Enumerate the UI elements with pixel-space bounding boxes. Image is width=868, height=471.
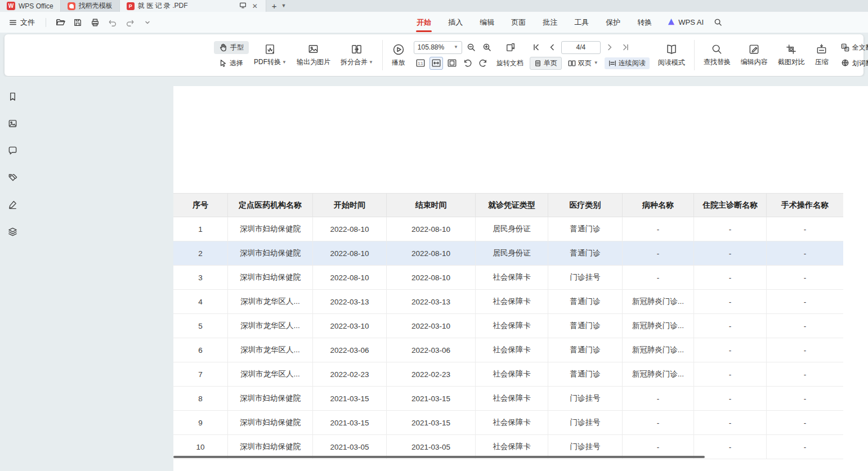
hand-tool-button[interactable]: 手型 [214,41,249,54]
table-row[interactable]: 4深圳市龙华区人...2022-03-132022-03-13社会保障卡普通门诊… [173,290,843,314]
table-row[interactable]: 9深圳市妇幼保健院2021-03-152021-03-15社会保障卡门诊挂号--… [173,411,843,435]
tab-wps-office[interactable]: W WPS Office [0,0,61,12]
table-cell: 7 [173,362,228,387]
table-cell: - [767,338,843,362]
table-cell: 社会保障卡 [476,266,548,290]
fit-page-icon [447,58,457,68]
table-row[interactable]: 7深圳市龙华区人...2022-02-232022-02-23社会保障卡普通门诊… [173,362,843,387]
tab-convert[interactable]: 转换 [629,13,660,32]
fit-window-button[interactable] [504,41,517,54]
redo-button[interactable] [123,16,137,29]
horizontal-scrollbar[interactable] [173,456,705,458]
table-row[interactable]: 1深圳市妇幼保健院2022-08-102022-08-10居民身份证普通门诊--… [173,217,843,241]
layers-icon[interactable] [5,224,20,239]
tab-list-chevron-icon[interactable]: ▼ [281,3,287,8]
continuous-read-button[interactable]: 连续阅读 [605,57,650,69]
table-cell: - [623,217,694,241]
table-cell: 深圳市龙华区人... [228,290,313,314]
single-page-button[interactable]: 单页 [530,57,562,70]
read-mode-button[interactable]: 阅读模式 [653,41,690,70]
table-row[interactable]: 5深圳市龙华区人...2022-03-102022-03-10社会保障卡普通门诊… [173,314,843,338]
table-cell: 1 [173,217,228,241]
table-row[interactable]: 2深圳市妇幼保健院2022-08-102022-08-10居民身份证普通门诊--… [173,241,843,266]
tab-page[interactable]: 页面 [503,13,534,32]
comment-icon[interactable] [5,143,20,158]
table-cell: 2022-03-13 [387,290,476,314]
print-button[interactable] [88,16,102,29]
table-cell: 2022-08-10 [387,266,476,290]
fit-window-icon [505,42,516,52]
hand-tool-label: 手型 [230,43,244,52]
fit-width-button[interactable] [429,57,443,70]
tab-insert[interactable]: 插入 [440,13,471,32]
tab-docer-templates[interactable]: 找稻壳模板 [61,0,120,12]
split-merge-button[interactable]: 拆分合并▼ [335,41,378,70]
undo-icon [108,18,117,27]
table-cell: - [623,241,694,266]
edit-content-button[interactable]: 编辑内容 [736,41,773,70]
export-image-button[interactable]: 输出为图片 [292,41,335,70]
present-mode-icon[interactable] [238,2,248,11]
global-search-button[interactable] [710,15,725,30]
undo-button[interactable] [106,16,119,29]
zoom-out-button[interactable] [464,41,478,54]
quick-access-chevron-icon[interactable] [141,16,154,29]
rotate-right-icon [478,59,488,68]
double-page-button[interactable]: 双页 ▼ [564,57,602,69]
pdf-convert-button[interactable]: PDF转换▼ [249,41,292,70]
tags-icon[interactable] [5,170,20,185]
file-menu-button[interactable]: 文件 [6,15,38,30]
pdf-page[interactable]: 序号定点医药机构名称开始时间结束时间就诊凭证类型医疗类别病种名称住院主诊断名称手… [173,86,868,471]
fit-page-button[interactable] [445,57,459,70]
table-cell: 深圳市妇幼保健院 [228,411,313,435]
next-page-button[interactable] [603,41,616,54]
table-row[interactable]: 6深圳市龙华区人...2022-03-062022-03-06社会保障卡普通门诊… [173,338,843,362]
tab-annotate[interactable]: 批注 [534,13,566,32]
redo-icon [126,18,135,27]
column-header: 结束时间 [387,193,476,217]
tab-protect[interactable]: 保护 [597,13,629,32]
table-cell: 2022-03-10 [313,314,387,338]
close-tab-icon[interactable]: ✕ [251,2,259,10]
tab-tools[interactable]: 工具 [566,13,597,32]
actual-size-button[interactable]: 1:1 [414,57,427,70]
rotate-right-button[interactable] [477,57,490,70]
table-cell: - [694,217,767,241]
tab-medical-record-pdf[interactable]: P 就 医 记 录 .PDF ✕ [120,0,266,12]
table-cell: - [767,290,843,314]
signature-icon[interactable] [5,197,20,212]
screenshot-compare-button[interactable]: 截图对比 [773,41,810,70]
play-button[interactable]: 播放 [387,41,410,70]
last-page-button[interactable] [619,41,632,54]
find-replace-button[interactable]: 查找替换 [699,41,736,70]
new-tab-button[interactable]: + [272,1,277,11]
rotate-left-button[interactable] [461,57,475,70]
table-row[interactable]: 8深圳市妇幼保健院2021-03-152021-03-15社会保障卡门诊挂号--… [173,387,843,411]
table-cell: - [694,435,767,459]
bookmark-icon[interactable] [5,89,20,104]
rotate-doc-button[interactable]: 旋转文档 [493,57,527,69]
tab-home[interactable]: 开始 [408,13,440,32]
full-translate-button[interactable]: 文A 全文翻译 [836,41,868,54]
table-cell: 居民身份证 [476,241,548,266]
select-tool-button[interactable]: 选择 [214,57,249,70]
table-cell: - [767,241,843,266]
previous-page-button[interactable] [545,41,559,54]
compress-button[interactable]: 压缩 [810,41,834,70]
single-page-icon [534,60,542,67]
table-cell: 深圳市妇幼保健院 [228,266,313,290]
double-page-label: 双页 [578,59,592,68]
tab-edit[interactable]: 编辑 [471,13,503,32]
thumbnail-icon[interactable] [5,116,20,131]
table-cell: - [767,411,843,435]
first-page-button[interactable] [530,41,543,54]
word-translate-button[interactable]: 划词翻译 ▼ [836,57,868,70]
tab-wps-ai[interactable]: WPS AI [660,14,710,31]
open-file-button[interactable] [53,16,67,29]
table-row[interactable]: 3深圳市妇幼保健院2022-08-102022-08-10社会保障卡门诊挂号--… [173,266,843,290]
save-button[interactable] [71,16,84,29]
wps-ai-icon [667,18,675,26]
page-number-input[interactable] [561,41,601,54]
zoom-in-button[interactable] [480,41,494,54]
zoom-level-select[interactable]: 105.88% ▼ [414,41,462,54]
